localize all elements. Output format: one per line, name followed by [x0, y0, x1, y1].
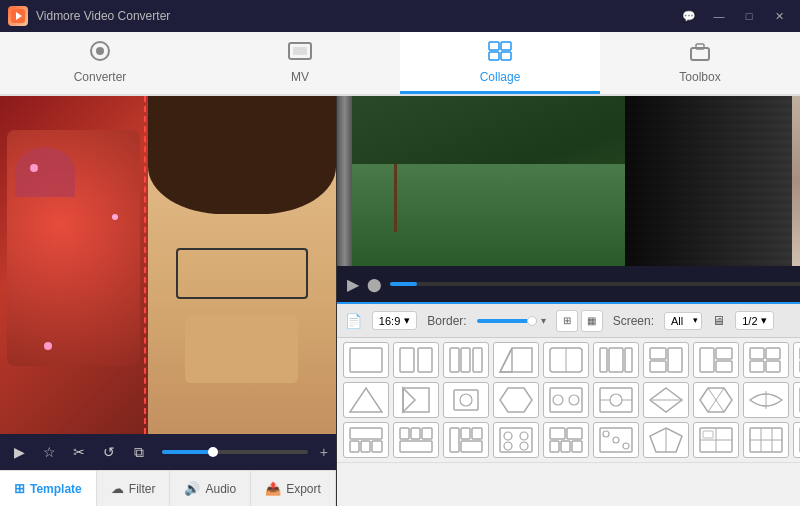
template-item[interactable]: [643, 422, 689, 458]
template-item[interactable]: [793, 382, 800, 418]
template-item[interactable]: [393, 422, 439, 458]
svg-marker-50: [350, 388, 382, 412]
maximize-button[interactable]: □: [736, 6, 762, 26]
template-item[interactable]: [693, 422, 739, 458]
tab-collage-label: Collage: [480, 70, 521, 84]
tab-filter[interactable]: ☁ Filter: [97, 471, 171, 506]
tab-mv-label: MV: [291, 70, 309, 84]
right-stop-button[interactable]: ⬤: [367, 277, 382, 292]
template-item[interactable]: [593, 342, 639, 378]
template-item[interactable]: [643, 342, 689, 378]
right-preview: [337, 96, 800, 266]
collage-toolbar: 📄 16:9 ▾ Border: ▾ ⊞ ▦: [337, 304, 800, 338]
svg-rect-10: [691, 48, 709, 60]
template-item[interactable]: [393, 342, 439, 378]
tab-converter[interactable]: Converter: [0, 32, 200, 94]
border-label: Border:: [427, 314, 466, 328]
svg-rect-97: [400, 441, 432, 452]
page-icon: 📄: [345, 313, 362, 329]
template-item[interactable]: [793, 342, 800, 378]
border-slider[interactable]: [477, 319, 537, 323]
template-item[interactable]: [543, 422, 589, 458]
tab-template[interactable]: ⊞ Template: [0, 471, 97, 506]
template-item[interactable]: [493, 382, 539, 418]
template-item[interactable]: [743, 422, 789, 458]
star-button[interactable]: ☆: [38, 441, 60, 463]
hair: [148, 96, 336, 214]
template-label: Template: [30, 482, 82, 496]
template-item[interactable]: [493, 342, 539, 378]
svg-rect-101: [461, 441, 482, 452]
app-icon: [8, 6, 28, 26]
template-item[interactable]: [493, 422, 539, 458]
template-item[interactable]: [343, 422, 389, 458]
svg-rect-28: [700, 348, 714, 372]
template-item[interactable]: [693, 342, 739, 378]
template-item[interactable]: [743, 382, 789, 418]
border-chevron: ▾: [541, 315, 546, 326]
svg-rect-7: [501, 42, 511, 50]
svg-rect-94: [400, 428, 409, 439]
undo-button[interactable]: ↺: [98, 441, 120, 463]
svg-rect-24: [625, 348, 632, 372]
template-item[interactable]: [343, 342, 389, 378]
template-row-2: [343, 382, 800, 418]
split-divider[interactable]: [144, 96, 146, 434]
svg-rect-9: [501, 52, 511, 60]
template-item[interactable]: [693, 382, 739, 418]
progress-thumb[interactable]: [208, 447, 218, 457]
svg-point-105: [504, 442, 512, 450]
content-area: ▶ ☆ ✂ ↺ ⧉ + ⊞ Template ☁ Filter: [0, 96, 800, 506]
face-video: [148, 96, 336, 434]
mosaic-pattern-button[interactable]: ▦: [581, 310, 603, 332]
template-item[interactable]: [393, 382, 439, 418]
template-item[interactable]: [443, 382, 489, 418]
svg-rect-99: [461, 428, 470, 439]
playback-progress[interactable]: [162, 450, 308, 454]
app-title: Vidmore Video Converter: [36, 9, 676, 23]
tab-collage[interactable]: Collage: [400, 32, 600, 94]
tab-mv[interactable]: MV: [200, 32, 400, 94]
template-item[interactable]: [443, 342, 489, 378]
play-button[interactable]: ▶: [8, 441, 30, 463]
cut-button[interactable]: ✂: [68, 441, 90, 463]
template-item[interactable]: [593, 382, 639, 418]
editor-tabs: ⊞ Template ☁ Filter 🔊 Audio 📤 Export: [0, 470, 336, 506]
copy-button[interactable]: ⧉: [128, 441, 150, 463]
ratio-selector[interactable]: 16:9 ▾: [372, 311, 417, 330]
template-item[interactable]: [543, 342, 589, 378]
svg-rect-13: [400, 348, 414, 372]
progress-fill: [162, 450, 213, 454]
border-thumb[interactable]: [527, 316, 537, 326]
add-button[interactable]: +: [320, 444, 328, 460]
tab-toolbox[interactable]: Toolbox: [600, 32, 800, 94]
mosaic-grid-button[interactable]: ⊞: [556, 310, 578, 332]
audio-label: Audio: [205, 482, 236, 496]
svg-point-103: [504, 432, 512, 440]
template-item[interactable]: [443, 422, 489, 458]
template-item[interactable]: [743, 342, 789, 378]
template-item[interactable]: [543, 382, 589, 418]
chat-button[interactable]: 💬: [676, 6, 702, 26]
right-progress-bar[interactable]: [390, 282, 800, 286]
screen-selector[interactable]: All ▾: [664, 312, 702, 330]
tab-export[interactable]: 📤 Export: [251, 471, 336, 506]
svg-point-57: [569, 395, 579, 405]
template-item[interactable]: [793, 422, 800, 458]
svg-rect-30: [716, 361, 732, 372]
titlebar: Vidmore Video Converter 💬 — □ ✕: [0, 0, 800, 32]
minimize-button[interactable]: —: [706, 6, 732, 26]
close-button[interactable]: ✕: [766, 6, 792, 26]
glasses: [176, 248, 308, 299]
right-panel: ▶ ⬤ 00:00:01.21/00:00:44.05 🔊 📄 16:9 ▾: [337, 96, 800, 506]
audio-icon: 🔊: [184, 481, 200, 496]
right-play-button[interactable]: ▶: [347, 275, 359, 294]
template-item[interactable]: [643, 382, 689, 418]
page-control[interactable]: 1/2 ▾: [735, 311, 773, 330]
svg-point-53: [460, 394, 472, 406]
template-item[interactable]: [593, 422, 639, 458]
svg-rect-98: [450, 428, 459, 452]
template-item[interactable]: [343, 382, 389, 418]
svg-rect-22: [600, 348, 607, 372]
tab-audio[interactable]: 🔊 Audio: [170, 471, 251, 506]
